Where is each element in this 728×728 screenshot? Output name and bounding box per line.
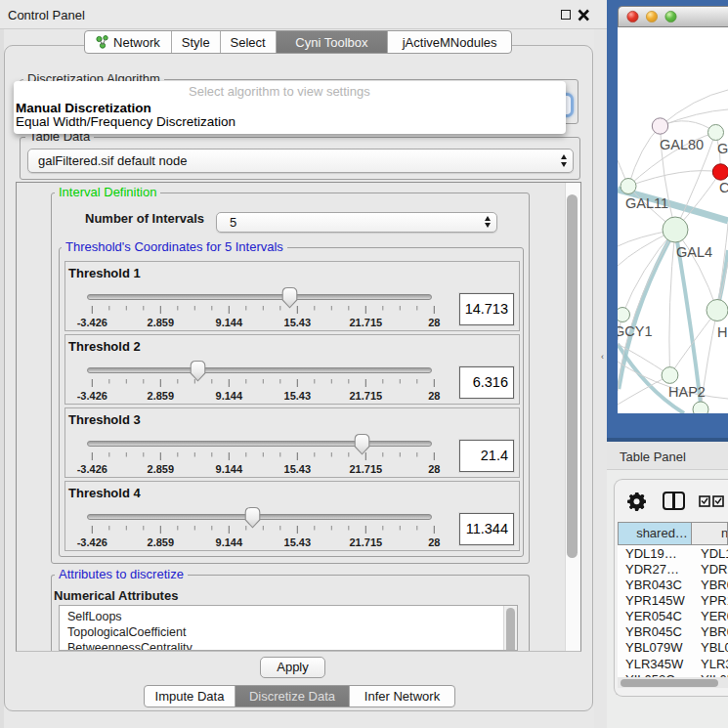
svg-text:GCY1: GCY1 bbox=[618, 323, 653, 339]
svg-text:HAP2: HAP2 bbox=[668, 384, 706, 400]
svg-text:GAL4: GAL4 bbox=[676, 244, 712, 260]
svg-text:CY: CY bbox=[719, 180, 728, 195]
svg-text:GAL11: GAL11 bbox=[625, 195, 668, 211]
svg-text:GAL80: GAL80 bbox=[660, 137, 704, 152]
svg-text:GA: GA bbox=[717, 141, 728, 156]
svg-text:HI: HI bbox=[717, 324, 728, 340]
